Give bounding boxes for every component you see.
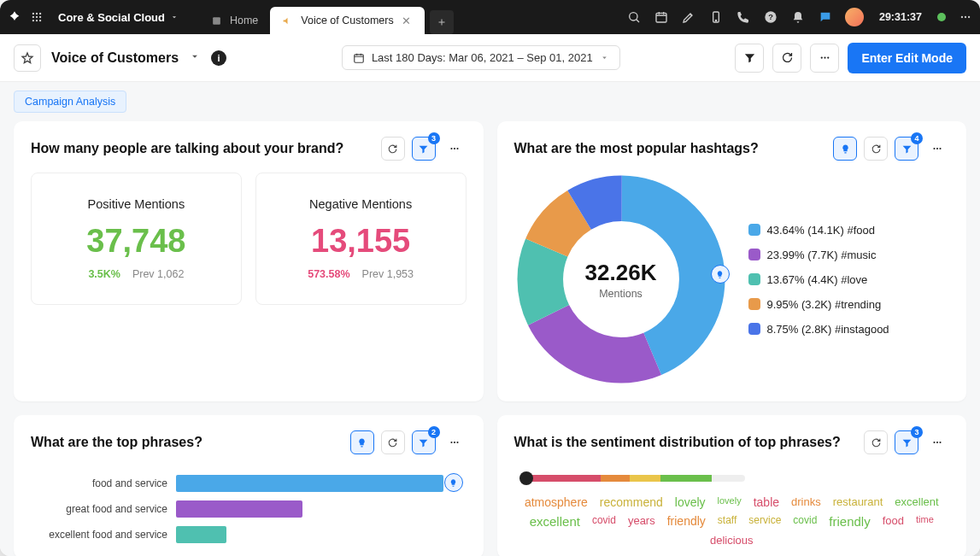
svg-point-38 [936,442,938,443]
filter-button[interactable]: 3 [412,137,436,161]
phrase-row[interactable]: food and service [39,475,458,492]
filter-button[interactable] [735,44,764,73]
donut-total: 32.26K [585,260,657,286]
legend-swatch [748,323,760,335]
edit-icon[interactable] [681,9,696,25]
info-icon[interactable]: i [211,50,226,66]
svg-point-7 [36,20,38,21]
cloud-word[interactable]: atmosphere [525,495,588,509]
phone-icon[interactable] [736,9,751,25]
svg-point-10 [630,13,637,20]
metric-value: 13,155 [270,223,452,260]
legend-label: 8.75% (2.8K) #instagood [767,323,889,336]
more-button[interactable] [925,137,949,161]
help-icon[interactable]: ? [763,9,778,25]
tab-home[interactable]: Home [199,7,270,34]
svg-point-6 [32,20,34,21]
word-cloud[interactable]: atmosphererecommendlovelylovelytabledrin… [518,495,947,547]
filter-button[interactable]: 3 [895,430,918,454]
cloud-word[interactable]: covid [592,514,616,529]
cloud-word[interactable]: drinks [791,495,821,509]
cloud-word[interactable]: staff [718,514,736,529]
legend-swatch [748,224,760,236]
avatar[interactable] [845,8,864,26]
slider-knob[interactable] [519,471,533,485]
cloud-word[interactable]: restaurant [833,495,883,509]
close-icon[interactable]: ✕ [401,15,413,26]
phrases-card: What are the top phrases? 2 food and ser… [14,415,484,556]
phrase-bar [176,475,443,492]
metric-label: Negative Mentions [270,197,452,211]
sentiment-slider[interactable] [523,475,745,482]
device-icon[interactable] [708,9,724,25]
svg-point-24 [453,148,455,149]
more-icon[interactable] [958,9,973,25]
phrase-bar-chart[interactable]: food and servicegreat food and serviceex… [31,466,467,543]
chevron-down-icon [170,13,179,21]
enter-edit-mode-button[interactable]: Enter Edit Mode [848,43,966,73]
brand-logo-icon[interactable] [7,9,22,25]
date-range-picker[interactable]: Last 180 Days: Mar 06, 2021 – Sep 01, 20… [342,45,620,70]
phrase-bar [176,526,226,543]
phrase-row[interactable]: great food and service [39,500,458,518]
cloud-word[interactable]: food [883,514,904,529]
cloud-word[interactable]: excellent [530,514,580,529]
cloud-word[interactable]: excellent [895,495,938,509]
positive-mentions-metric[interactable]: Positive Mentions 37,748 3.5K% Prev 1,06… [31,173,242,305]
insight-button[interactable] [350,430,374,454]
legend-label: 43.64% (14.1K) #food [767,224,875,237]
negative-mentions-metric[interactable]: Negative Mentions 13,155 573.58% Prev 1,… [255,173,467,305]
search-icon[interactable] [626,9,642,25]
phrase-label: great food and service [39,503,167,515]
more-button[interactable] [810,44,839,73]
page-dropdown[interactable] [189,50,201,66]
more-button[interactable] [925,430,949,454]
add-tab-button[interactable] [430,10,454,34]
tab-voice-of-customers[interactable]: Voice of Customers ✕ [270,7,424,34]
legend-item[interactable]: 8.75% (2.8K) #instagood [748,323,889,336]
legend-item[interactable]: 13.67% (4.4K) #love [748,273,889,286]
metric-value: 37,748 [45,223,227,260]
bell-icon[interactable] [790,9,806,25]
cloud-word[interactable]: table [754,495,779,509]
donut-chart[interactable]: 32.26K Mentions [514,173,728,386]
chat-icon[interactable] [818,9,833,25]
refresh-button[interactable] [381,137,405,161]
refresh-button[interactable] [772,44,801,73]
cloud-word[interactable]: lovely [675,495,706,509]
favorite-button[interactable] [14,44,41,72]
cloud-word[interactable]: years [628,514,655,529]
cloud-word[interactable]: recommend [600,495,663,509]
cloud-word[interactable]: delicious [710,534,754,547]
donut-sub: Mentions [585,288,657,300]
cloud-word[interactable]: covid [793,514,817,529]
insight-pin-icon[interactable] [711,265,730,284]
cloud-word[interactable]: friendly [829,514,870,529]
cloud-word[interactable]: service [748,514,781,529]
refresh-button[interactable] [381,430,405,454]
svg-point-22 [827,56,829,58]
workspace-name: Core & Social Cloud [58,11,165,24]
phrase-row[interactable]: excellent food and service [39,526,458,543]
calendar-icon[interactable] [654,9,669,25]
sound-icon [282,15,294,26]
svg-point-26 [933,148,935,149]
more-button[interactable] [443,430,467,454]
legend-item[interactable]: 9.95% (3.2K) #trending [748,298,889,311]
filter-button[interactable]: 2 [412,430,436,454]
campaign-analysis-chip[interactable]: Campaign Analysis [14,91,126,113]
refresh-button[interactable] [864,137,888,161]
legend-label: 23.99% (7.7K) #music [767,249,877,261]
legend-item[interactable]: 23.99% (7.7K) #music [748,249,889,261]
svg-point-2 [39,13,41,15]
cloud-word[interactable]: friendly [667,514,706,529]
refresh-button[interactable] [864,430,888,454]
app-switcher-icon[interactable] [29,9,44,25]
cloud-word[interactable]: lovely [718,495,742,509]
more-button[interactable] [443,137,467,161]
cloud-word[interactable]: time [916,514,934,529]
insight-button[interactable] [833,137,857,161]
filter-button[interactable]: 4 [895,137,918,161]
workspace-selector[interactable]: Core & Social Cloud [51,11,185,24]
legend-item[interactable]: 43.64% (14.1K) #food [748,224,889,237]
